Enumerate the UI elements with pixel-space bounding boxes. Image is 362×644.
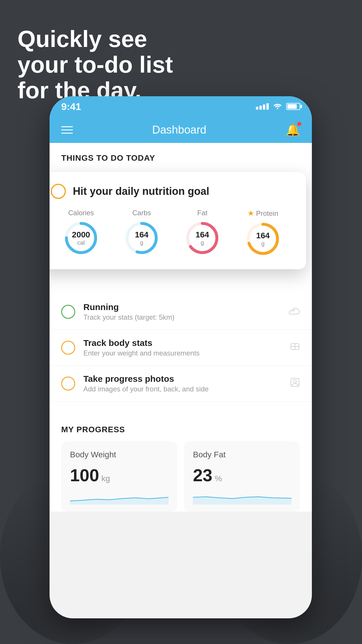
status-time: 9:41: [61, 101, 81, 112]
todo-subtitle-running: Track your stats (target: 5km): [83, 313, 280, 321]
protein-unit: g: [256, 240, 270, 246]
menu-button[interactable]: [61, 126, 73, 134]
protein-ring: 164 g: [245, 221, 280, 256]
progress-cards: Body Weight 100 kg Body Fat 23 %: [61, 441, 300, 512]
carbs-label: Carbs: [132, 209, 151, 217]
todo-circle-photos: [61, 377, 75, 391]
things-section-heading: THINGS TO DO TODAY: [50, 143, 312, 169]
body-weight-card: Body Weight 100 kg: [61, 441, 177, 512]
body-weight-value: 100: [70, 465, 99, 485]
body-weight-chart: [70, 490, 168, 505]
fat-unit: g: [196, 239, 209, 246]
progress-section: MY PROGRESS Body Weight 100 kg B: [50, 413, 312, 512]
todo-title-body-stats: Track body stats: [83, 338, 282, 348]
carbs-value: 164: [135, 230, 149, 239]
todo-list: Running Track your stats (target: 5km) T…: [50, 294, 312, 402]
body-fat-value-row: 23 %: [193, 465, 291, 485]
todo-item-running[interactable]: Running Track your stats (target: 5km): [50, 294, 312, 330]
todo-circle-body-stats: [61, 341, 75, 355]
todo-text-photos: Take progress photos Add images of your …: [83, 374, 282, 393]
body-fat-title: Body Fat: [193, 450, 291, 459]
person-icon: [290, 377, 300, 390]
fat-ring: 164 g: [185, 220, 220, 256]
notification-bell-icon[interactable]: 🔔: [286, 123, 300, 137]
body-weight-value-row: 100 kg: [70, 465, 168, 485]
calories-value: 2000: [72, 230, 90, 239]
carbs-ring: 164 g: [124, 220, 159, 256]
todo-circle-running: [61, 305, 75, 319]
todo-subtitle-photos: Add images of your front, back, and side: [83, 385, 282, 393]
nutrition-row: Calories 2000 cal Carbs: [51, 209, 293, 256]
fat-value: 164: [196, 230, 209, 239]
nutrition-carbs: Carbs 164 g: [124, 209, 159, 256]
calories-unit: cal: [72, 239, 90, 246]
headline-line1: Quickly see: [17, 26, 173, 52]
body-fat-card: Body Fat 23 %: [184, 441, 300, 512]
svg-point-0: [277, 108, 278, 109]
body-fat-value: 23: [193, 465, 212, 485]
svg-point-13: [294, 380, 296, 383]
running-shoe-icon: [289, 306, 300, 318]
signal-bars-icon: [256, 103, 269, 110]
star-icon: ★: [247, 209, 254, 218]
todo-text-body-stats: Track body stats Enter your weight and m…: [83, 338, 282, 357]
protein-value: 164: [256, 231, 270, 240]
carbs-unit: g: [135, 239, 149, 246]
todo-item-body-stats[interactable]: Track body stats Enter your weight and m…: [50, 330, 312, 366]
headline: Quickly see your to-do list for the day.: [17, 26, 173, 103]
protein-label: ★ Protein: [247, 209, 278, 218]
wifi-icon: [273, 102, 282, 111]
card-title-row: Hit your daily nutrition goal: [51, 184, 293, 199]
todo-item-photos[interactable]: Take progress photos Add images of your …: [50, 366, 312, 402]
app-body: THINGS TO DO TODAY Hit your daily nutrit…: [50, 143, 312, 512]
todo-title-running: Running: [83, 302, 280, 312]
todo-text-running: Running Track your stats (target: 5km): [83, 302, 280, 321]
nutrition-card: Hit your daily nutrition goal Calories 2…: [50, 172, 306, 269]
nutrition-protein: ★ Protein 164 g: [245, 209, 280, 256]
headline-line2: your to-do list: [17, 52, 173, 78]
progress-heading: MY PROGRESS: [61, 425, 300, 434]
status-bar: 9:41: [50, 96, 312, 117]
body-fat-unit: %: [215, 474, 222, 483]
nutrition-calories: Calories 2000 cal: [64, 209, 99, 256]
calories-label: Calories: [68, 209, 94, 217]
app-header: Dashboard 🔔: [50, 117, 312, 143]
calories-ring: 2000 cal: [64, 220, 99, 256]
nutrition-fat: Fat 164 g: [185, 209, 220, 256]
fat-label: Fat: [197, 209, 208, 217]
body-fat-chart: [193, 490, 291, 505]
body-weight-unit: kg: [101, 474, 110, 483]
todo-subtitle-body-stats: Enter your weight and measurements: [83, 349, 282, 357]
todo-title-photos: Take progress photos: [83, 374, 282, 384]
app-title: Dashboard: [152, 124, 206, 136]
scale-icon: [290, 341, 300, 354]
status-icons: [256, 102, 300, 111]
phone: 9:41 Dashboard: [50, 96, 312, 618]
notification-dot: [297, 122, 301, 126]
card-title: Hit your daily nutrition goal: [73, 185, 209, 197]
battery-icon: [286, 103, 300, 110]
card-check-circle[interactable]: [51, 184, 66, 199]
body-weight-title: Body Weight: [70, 450, 168, 459]
